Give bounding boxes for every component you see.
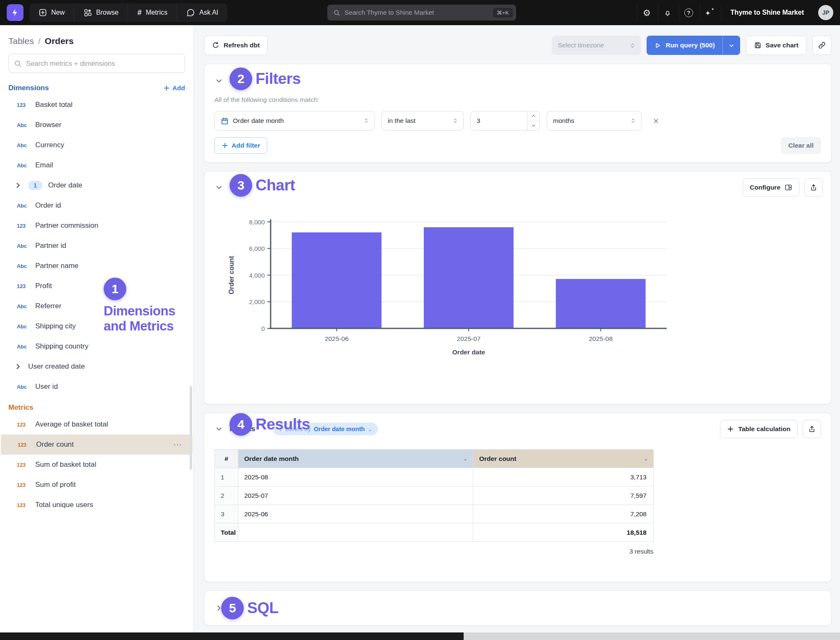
svg-text:0: 0 bbox=[261, 325, 265, 332]
remove-filter-button[interactable] bbox=[648, 113, 663, 128]
nav-item-new[interactable]: New bbox=[29, 3, 74, 22]
stepper-down-button[interactable] bbox=[527, 121, 540, 130]
metric-item-order-count-selected[interactable]: 123 Order count ⋯ bbox=[1, 434, 193, 455]
svg-text:2,000: 2,000 bbox=[249, 298, 265, 305]
add-filter-button[interactable]: Add filter bbox=[214, 137, 267, 154]
dimension-item[interactable]: Abc Shipping country bbox=[0, 336, 193, 356]
dimension-label: Currency bbox=[35, 141, 64, 149]
nav-right-group: ⚙ ? ✦ ✦ Thyme to Shine Market JP bbox=[637, 3, 833, 22]
nav-item-ask-ai[interactable]: Ask AI bbox=[177, 3, 227, 22]
nav-item-metrics[interactable]: # Metrics bbox=[128, 3, 177, 22]
metric-item[interactable]: 123 Total unique users bbox=[0, 495, 193, 515]
metric-item[interactable]: 123 Sum of profit bbox=[0, 475, 193, 495]
chevron-right-icon[interactable] bbox=[14, 181, 22, 190]
user-avatar[interactable]: JP bbox=[818, 5, 833, 20]
dimension-item[interactable]: Abc Browser bbox=[0, 115, 193, 135]
metric-label: Total unique users bbox=[35, 501, 93, 509]
sidebar-scrollbar[interactable] bbox=[190, 386, 192, 470]
more-options-icon[interactable]: ⋯ bbox=[170, 440, 186, 450]
filter-value-input[interactable] bbox=[471, 112, 527, 130]
clear-all-button[interactable]: Clear all bbox=[781, 137, 821, 154]
string-type-icon: Abc bbox=[17, 323, 29, 330]
filter-field-select[interactable]: Order date month bbox=[214, 111, 375, 130]
plus-icon bbox=[727, 426, 734, 432]
bottom-edge bbox=[0, 632, 840, 640]
dimension-item[interactable]: 123 Partner commission bbox=[0, 216, 193, 236]
sidebar-search-input[interactable]: Search metrics + dimensions bbox=[8, 54, 185, 73]
help-button[interactable]: ? bbox=[679, 3, 698, 22]
filter-unit-select[interactable]: months bbox=[547, 111, 642, 130]
dimension-item-order-date[interactable]: 1 Order date bbox=[0, 175, 193, 195]
number-type-icon: 123 bbox=[17, 421, 29, 428]
collapse-chevron-icon[interactable] bbox=[214, 76, 224, 86]
number-type-icon: 123 bbox=[17, 482, 29, 488]
chevron-down-icon[interactable]: ⌄ bbox=[463, 455, 468, 462]
dimension-item-user-created-date[interactable]: User created date bbox=[0, 356, 193, 377]
search-placeholder: Search Thyme to Shine Market bbox=[344, 9, 489, 16]
string-type-icon: Abc bbox=[17, 343, 29, 350]
sorted-by-pill[interactable]: ↓ Sorted by Order date month ⌄ bbox=[273, 423, 378, 435]
results-header-actions: Table calculation bbox=[720, 420, 821, 438]
svg-text:8,000: 8,000 bbox=[249, 219, 265, 226]
dimension-item[interactable]: Abc Partner id bbox=[0, 236, 193, 256]
run-query-dropdown[interactable] bbox=[723, 36, 740, 55]
settings-button[interactable]: ⚙ bbox=[637, 3, 656, 22]
lightning-bolt-icon bbox=[10, 8, 20, 17]
dimension-item[interactable]: Abc Currency bbox=[0, 135, 193, 155]
dimension-item[interactable]: Abc Order id bbox=[0, 195, 193, 216]
bar-chart-svg: 02,0004,0006,0008,0002025-062025-072025-… bbox=[225, 215, 670, 358]
nav-item-browse[interactable]: Browse bbox=[74, 3, 128, 22]
notifications-button[interactable] bbox=[658, 3, 677, 22]
app-logo[interactable] bbox=[7, 4, 23, 21]
run-query-button[interactable]: Run query (500) bbox=[647, 36, 740, 55]
metric-label: Average of basket total bbox=[35, 420, 108, 429]
gear-icon: ⚙ bbox=[643, 8, 651, 17]
order-count-cell: 3,713 bbox=[473, 468, 654, 487]
breadcrumb-current: Orders bbox=[45, 36, 74, 46]
expand-chevron-icon[interactable] bbox=[214, 604, 224, 613]
dimension-item[interactable]: Abc Shipping city bbox=[0, 316, 193, 336]
dimension-item[interactable]: Abc Referrer bbox=[0, 296, 193, 316]
chart-title: Chart bbox=[230, 183, 248, 192]
dimension-item[interactable]: Abc Email bbox=[0, 155, 193, 175]
chevron-down-icon: ⌄ bbox=[368, 426, 372, 432]
dimension-item[interactable]: Abc User id bbox=[0, 377, 193, 397]
filter-condition-text: All of the following conditions match: bbox=[214, 96, 821, 104]
order-count-column-header[interactable]: Order count⌄ bbox=[473, 450, 654, 468]
panel-icon bbox=[785, 184, 792, 191]
chevron-down-icon[interactable]: ⌄ bbox=[644, 455, 648, 462]
filter-operator-select[interactable]: in the last bbox=[381, 111, 464, 130]
save-chart-button[interactable]: Save chart bbox=[746, 36, 806, 55]
refresh-icon bbox=[212, 42, 219, 49]
dimension-label: Referrer bbox=[35, 302, 61, 310]
chevron-right-icon[interactable] bbox=[14, 362, 22, 371]
export-results-button[interactable] bbox=[803, 420, 821, 438]
timezone-select[interactable]: Select timezone bbox=[552, 36, 641, 55]
configure-button[interactable]: Configure bbox=[743, 178, 799, 197]
string-type-icon: Abc bbox=[17, 303, 29, 310]
collapse-chevron-icon[interactable] bbox=[214, 183, 224, 192]
collapse-chevron-icon[interactable] bbox=[214, 424, 224, 434]
table-calculation-button[interactable]: Table calculation bbox=[720, 420, 798, 438]
share-link-button[interactable] bbox=[812, 36, 832, 55]
refresh-dbt-button[interactable]: Refresh dbt bbox=[204, 36, 268, 55]
breadcrumb-tables[interactable]: Tables bbox=[8, 36, 34, 46]
stepper-up-button[interactable] bbox=[527, 112, 540, 121]
metric-item[interactable]: 123 Average of basket total bbox=[0, 414, 193, 434]
project-switcher[interactable]: Thyme to Shine Market bbox=[721, 3, 813, 22]
ai-sparkles-button[interactable]: ✦ ✦ bbox=[700, 3, 719, 22]
dimension-item[interactable]: 123 Profit bbox=[0, 276, 193, 296]
results-count-text: 3 results bbox=[214, 548, 653, 555]
bar-chart: 02,0004,0006,0008,0002025-062025-072025-… bbox=[225, 215, 823, 359]
dimension-item[interactable]: Abc Partner name bbox=[0, 256, 193, 276]
chart-header-actions: Configure bbox=[743, 178, 823, 197]
export-chart-button[interactable] bbox=[804, 178, 823, 197]
global-search-input[interactable]: Search Thyme to Shine Market ⌘+K bbox=[327, 5, 516, 21]
order-date-month-column-header[interactable]: Order date month⌄ bbox=[238, 450, 473, 468]
select-updown-icon bbox=[452, 118, 458, 124]
number-type-icon: 123 bbox=[17, 223, 29, 229]
add-dimension-button[interactable]: Add bbox=[163, 84, 185, 92]
metric-item[interactable]: 123 Sum of basket total bbox=[0, 455, 193, 475]
run-query-main[interactable]: Run query (500) bbox=[647, 36, 722, 55]
dimension-item[interactable]: 123 Basket total bbox=[0, 95, 193, 115]
